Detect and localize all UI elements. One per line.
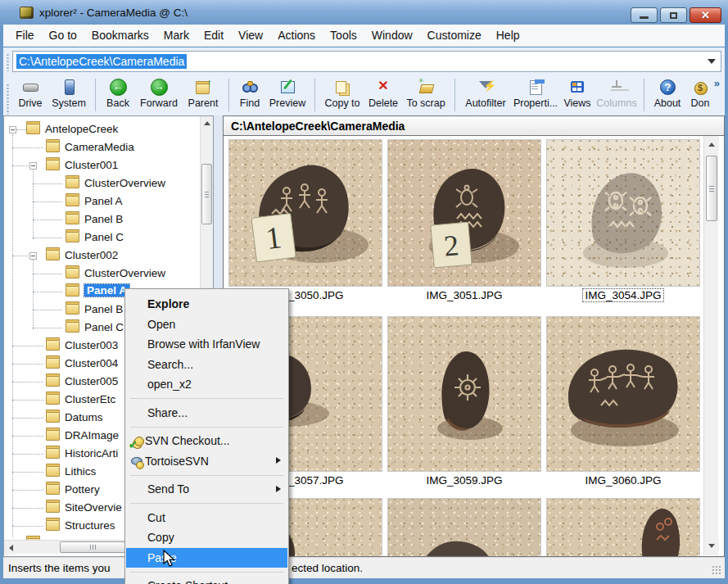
toolbar-band: C:\AntelopeCreek\CameraMedia Drive Syste… — [3, 48, 725, 115]
minimize-icon — [631, 8, 657, 22]
system-button[interactable]: System — [47, 77, 90, 115]
folder-icon — [46, 160, 60, 170]
scroll-left-button[interactable] — [4, 541, 17, 555]
context-paste-highlighted[interactable]: Paste — [126, 548, 287, 568]
restore-button[interactable] — [660, 7, 687, 23]
context-open[interactable]: Open — [125, 315, 288, 335]
collapse-icon[interactable] — [29, 162, 37, 170]
forward-button[interactable]: Forward — [135, 77, 183, 115]
menu-mark[interactable]: Mark — [156, 26, 197, 44]
folder-icon — [66, 322, 79, 333]
chevron-down-icon[interactable] — [708, 59, 716, 64]
parent-folder-icon — [194, 79, 212, 95]
menu-view[interactable]: View — [231, 26, 270, 44]
addressbar-grip[interactable] — [7, 53, 9, 71]
tree-item-clusteroverview[interactable]: ClusterOverview — [4, 174, 201, 192]
file-partial-3[interactable] — [546, 498, 700, 557]
resize-grip[interactable] — [712, 565, 721, 575]
file-img-3054[interactable]: IMG_3054.JPG — [546, 139, 700, 301]
hscroll-thumb[interactable] — [60, 541, 125, 553]
folder-icon — [46, 484, 60, 495]
tree-item-panel-b[interactable]: Panel B — [4, 211, 201, 229]
scroll-up-button[interactable] — [704, 138, 719, 151]
folder-icon — [66, 178, 79, 188]
context-explore[interactable]: Explore — [125, 294, 288, 315]
delete-button[interactable]: Delete — [364, 77, 402, 115]
context-menu: Explore Open Browse with IrfanView Searc… — [124, 288, 289, 584]
menu-window[interactable]: Window — [364, 26, 420, 44]
copy-to-button[interactable]: Copy to — [320, 77, 364, 115]
properties-button[interactable]: Properti... — [511, 77, 560, 115]
submenu-arrow-icon — [276, 486, 281, 492]
menu-tools[interactable]: Tools — [323, 26, 364, 44]
parent-button[interactable]: Parent — [183, 77, 224, 115]
toolbar-separator — [314, 79, 315, 111]
thumbnail-photo — [546, 498, 700, 557]
address-combobox[interactable]: C:\AntelopeCreek\CameraMedia — [12, 51, 721, 72]
context-cut[interactable]: Cut — [125, 508, 288, 528]
donate-button[interactable]: Don — [685, 77, 715, 115]
context-copy[interactable]: Copy — [125, 527, 288, 548]
preview-button[interactable]: Preview — [265, 77, 310, 115]
menu-help[interactable]: Help — [489, 26, 527, 44]
file-img-3060[interactable]: IMG_3060.JPG — [546, 316, 700, 487]
toolbar-overflow-chevron[interactable]: » — [714, 77, 718, 89]
scroll-down-button[interactable] — [704, 539, 719, 552]
menu-goto[interactable]: Go to — [42, 26, 84, 44]
collapse-icon[interactable] — [29, 252, 37, 260]
views-button[interactable]: Views — [560, 77, 595, 115]
file-img-3050[interactable]: 1 IMG_3050.JPG — [228, 139, 382, 301]
tree-item-antelopecreek[interactable]: AntelopeCreek — [4, 120, 201, 138]
menu-bookmarks[interactable]: Bookmarks — [84, 26, 156, 44]
restore-icon — [661, 8, 686, 22]
back-button[interactable]: Back — [101, 77, 135, 115]
context-browse-irfanview[interactable]: Browse with IrfanView — [125, 334, 288, 355]
file-img-3059[interactable]: IMG_3059.JPG — [387, 316, 541, 487]
status-bar: Inserts the items you ected location. — [3, 557, 725, 578]
forward-icon — [150, 79, 168, 95]
context-open-x2[interactable]: open_x2 — [125, 374, 288, 395]
context-svn-checkout[interactable]: SVN Checkout... — [125, 431, 288, 451]
collapse-icon[interactable] — [9, 126, 16, 134]
menu-edit[interactable]: Edit — [197, 26, 231, 44]
thumbnail-photo — [546, 316, 700, 472]
tree-item-clusteroverview2[interactable]: ClusterOverview — [4, 265, 201, 283]
folder-icon — [46, 430, 60, 441]
find-button[interactable]: Find — [234, 77, 265, 115]
menu-file[interactable]: File — [8, 26, 42, 44]
about-button[interactable]: About — [649, 77, 685, 115]
context-tortoisesvn[interactable]: TortoiseSVN — [125, 451, 288, 472]
file-img-3051[interactable]: 2 IMG_3051.JPG — [387, 139, 541, 301]
vscroll-thumb[interactable] — [201, 164, 212, 224]
file-partial-2[interactable] — [387, 498, 541, 557]
tree-item-cluster001[interactable]: Cluster001 — [4, 156, 201, 174]
autofilter-button[interactable]: Autofilter — [460, 77, 511, 115]
to-scrap-button[interactable]: To scrap — [402, 77, 450, 115]
toolbar-grip[interactable] — [7, 84, 9, 115]
minimize-button[interactable] — [631, 7, 658, 23]
address-input[interactable]: C:\AntelopeCreek\CameraMedia — [16, 54, 187, 69]
tree-item-panel-a[interactable]: Panel A — [4, 192, 201, 211]
files-vscrollbar[interactable] — [703, 136, 718, 555]
tree-item-panel-c[interactable]: Panel C — [4, 229, 201, 247]
context-search[interactable]: Search... — [125, 355, 288, 375]
columns-icon — [608, 79, 626, 95]
context-create-shortcut[interactable]: Create Shortcut — [125, 576, 288, 584]
tree-item-cluster002[interactable]: Cluster002 — [4, 247, 201, 265]
title-bar[interactable]: xplorer² - CameraMedia @ C:\ ✕ — [0, 0, 728, 25]
views-icon — [568, 79, 586, 95]
vscroll-thumb[interactable] — [706, 156, 717, 221]
context-send-to[interactable]: Send To — [125, 479, 288, 500]
folder-icon — [66, 214, 79, 224]
context-share[interactable]: Share... — [125, 403, 288, 423]
folder-icon — [46, 376, 60, 387]
menu-actions[interactable]: Actions — [270, 26, 323, 44]
close-button[interactable]: ✕ — [690, 7, 721, 23]
folder-icon — [46, 250, 60, 260]
tree-item-cameramedia[interactable]: CameraMedia — [4, 138, 201, 156]
folder-icon — [46, 412, 60, 423]
drive-button[interactable]: Drive — [13, 77, 47, 115]
menu-customize[interactable]: Customize — [420, 26, 489, 44]
scroll-up-button[interactable] — [201, 116, 214, 129]
svg-text:2: 2 — [442, 229, 459, 262]
